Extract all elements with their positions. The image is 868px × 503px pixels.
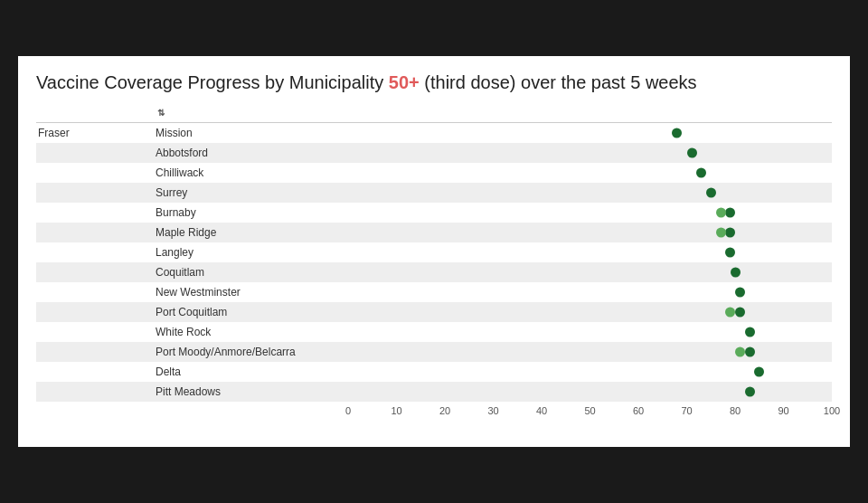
cell-municipality: Abbotsford: [154, 147, 348, 159]
x-axis-label: 40: [536, 405, 547, 416]
x-axis-label: 100: [824, 405, 840, 416]
cell-municipality: Chilliwack: [154, 166, 348, 179]
cell-municipality: Port Moody/Anmore/Belcarra: [154, 346, 348, 358]
x-axis-label: 70: [681, 405, 692, 416]
chart-title: Vaccine Coverage Progress by Municipalit…: [36, 72, 832, 93]
data-dot-secondary: [725, 308, 735, 318]
x-axis-labels: 0102030405060708090100: [348, 405, 832, 420]
cell-chart: [348, 282, 832, 302]
data-dot-primary: [725, 248, 735, 258]
cell-municipality: Surrey: [154, 186, 348, 199]
table-row: Coquitlam: [36, 262, 832, 282]
header-chart: [348, 106, 832, 119]
table-row: FraserMission: [36, 123, 832, 143]
cell-municipality: Pitt Meadows: [154, 385, 348, 398]
cell-municipality: Mission: [154, 127, 348, 139]
data-dot-primary: [672, 128, 682, 138]
cell-chart: [348, 203, 832, 223]
table-row: Langley: [36, 242, 832, 262]
cell-municipality: Delta: [154, 365, 348, 378]
cell-chart: [348, 183, 832, 203]
x-axis-label: 30: [487, 405, 498, 416]
cell-chart: [348, 322, 832, 342]
cell-municipality: Port Coquitlam: [154, 306, 348, 318]
cell-municipality: Maple Ridge: [154, 226, 348, 239]
x-axis-label: 80: [730, 405, 741, 416]
cell-municipality: New Westminster: [154, 286, 348, 299]
data-dot-primary: [745, 327, 755, 337]
cell-chart: [348, 302, 832, 322]
cell-chart: [348, 223, 832, 242]
cell-municipality: White Rock: [154, 326, 348, 338]
cell-municipality: Burnaby: [154, 206, 348, 219]
x-axis: 0102030405060708090100: [348, 402, 832, 420]
x-axis-label: 0: [345, 405, 351, 416]
data-dot-primary: [696, 168, 706, 178]
cell-chart: [348, 163, 832, 183]
table-row: Delta: [36, 362, 832, 382]
table-row: White Rock: [36, 322, 832, 342]
x-axis-label: 90: [778, 405, 788, 416]
table-row: Abbotsford: [36, 143, 832, 163]
table-row: Pitt Meadows: [36, 382, 832, 402]
chart-container: Vaccine Coverage Progress by Municipalit…: [18, 56, 850, 447]
cell-chart: [348, 242, 832, 262]
table-row: New Westminster: [36, 282, 832, 302]
x-axis-label: 50: [584, 405, 595, 416]
data-dot-secondary: [716, 228, 726, 238]
data-dot-secondary: [735, 347, 745, 357]
table-row: Burnaby: [36, 203, 832, 223]
cell-chart: [348, 362, 832, 382]
header-municipality: ⇅: [154, 106, 348, 119]
title-prefix: Vaccine Coverage Progress by Municipalit…: [36, 72, 389, 92]
data-dot-primary: [754, 367, 764, 377]
table-row: Surrey: [36, 183, 832, 203]
title-highlight: 50+: [389, 72, 420, 92]
data-dot-primary: [735, 308, 745, 318]
data-dot-primary: [725, 228, 735, 238]
rows-container: FraserMissionAbbotsfordChilliwackSurreyB…: [36, 123, 832, 402]
data-dot-primary: [745, 347, 755, 357]
cell-chart: [348, 342, 832, 362]
cell-health-authority: Fraser: [36, 127, 154, 139]
data-dot-primary: [687, 148, 697, 158]
table-row: Chilliwack: [36, 163, 832, 183]
x-axis-label: 20: [439, 405, 450, 416]
data-dot-primary: [706, 188, 716, 198]
data-dot-primary: [731, 268, 741, 278]
cell-chart: [348, 123, 832, 143]
data-dot-primary: [735, 288, 745, 298]
x-axis-label: 60: [633, 405, 644, 416]
table-row: Maple Ridge: [36, 223, 832, 242]
table-row: Port Coquitlam: [36, 302, 832, 322]
data-dot-primary: [725, 208, 735, 218]
sort-icon[interactable]: ⇅: [157, 108, 165, 118]
title-suffix: (third dose) over the past 5 weeks: [424, 72, 696, 92]
table-header: ⇅: [36, 106, 832, 123]
data-dot-secondary: [716, 208, 726, 218]
cell-municipality: Langley: [154, 246, 348, 259]
header-health-authority: [36, 106, 154, 119]
cell-chart: [348, 143, 832, 163]
data-dot-primary: [745, 387, 755, 397]
table-row: Port Moody/Anmore/Belcarra: [36, 342, 832, 362]
cell-municipality: Coquitlam: [154, 266, 348, 279]
cell-chart: [348, 262, 832, 282]
x-axis-label: 10: [391, 405, 401, 416]
cell-chart: [348, 382, 832, 402]
